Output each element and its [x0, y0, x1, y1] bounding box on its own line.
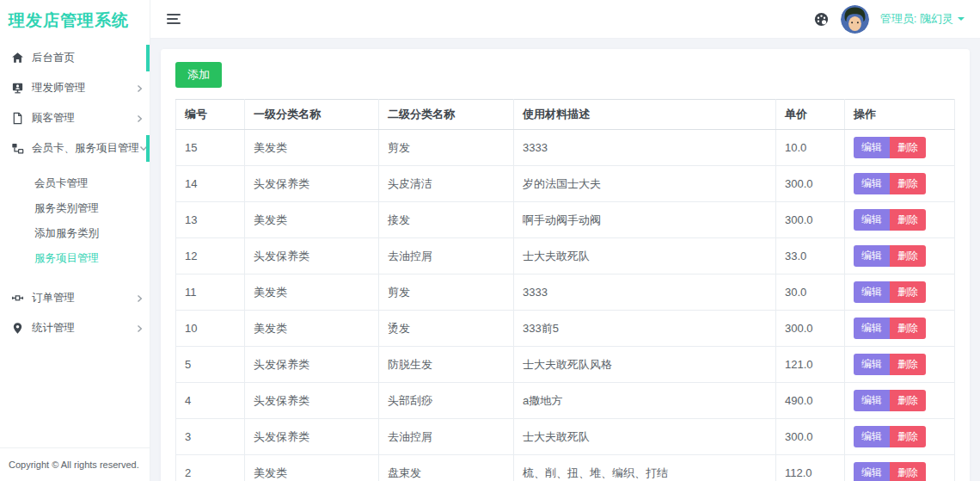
home-icon — [10, 52, 24, 65]
cell-category1: 头发保养类 — [245, 238, 379, 274]
topbar-right: 管理员: 隗幻灵 — [813, 5, 965, 34]
theme-palette-icon[interactable] — [813, 11, 830, 28]
customer-file-icon — [10, 112, 24, 126]
cell-category2: 烫发 — [379, 311, 514, 347]
table-row: 2 美发类 盘束发 梳、削、扭、堆、编织、打结 112.0 编辑 删除 — [176, 455, 955, 481]
cell-category1: 头发保养类 — [245, 419, 379, 455]
cell-price: 112.0 — [776, 455, 845, 481]
chevron-right-icon — [137, 294, 143, 303]
cell-price: 490.0 — [776, 383, 845, 419]
row-action-group: 编辑 删除 — [854, 318, 926, 339]
user-avatar[interactable] — [841, 5, 869, 34]
chevron-right-icon — [137, 84, 143, 93]
cell-actions: 编辑 删除 — [845, 347, 955, 383]
cell-description: a撒地方 — [514, 383, 776, 419]
cell-category2: 头皮清洁 — [379, 166, 514, 202]
sidebar-toggle-icon[interactable] — [167, 14, 181, 24]
services-submenu: 会员卡管理 服务类别管理 添加服务类别 服务项目管理 — [0, 163, 150, 283]
cell-price: 30.0 — [776, 274, 845, 311]
chevron-right-icon — [137, 114, 143, 123]
cell-price: 300.0 — [776, 166, 845, 202]
edit-button[interactable]: 编辑 — [854, 462, 890, 481]
map-marker-icon — [10, 322, 24, 336]
table-body: 15 美发类 剪发 3333 10.0 编辑 删除 14 头发保养类 头皮清洁 … — [176, 130, 955, 481]
cell-category2: 防脱生发 — [379, 347, 514, 383]
delete-button[interactable]: 删除 — [890, 173, 926, 194]
sidebar-item-label: 订单管理 — [32, 291, 75, 305]
delete-button[interactable]: 删除 — [890, 318, 926, 339]
delete-button[interactable]: 删除 — [890, 245, 926, 267]
submenu-item-add-service-category[interactable]: 添加服务类别 — [0, 221, 150, 246]
cell-id: 10 — [176, 311, 245, 347]
delete-button[interactable]: 删除 — [890, 354, 926, 375]
sidebar-item-label: 统计管理 — [32, 321, 75, 336]
row-action-group: 编辑 删除 — [854, 390, 926, 411]
order-flow-icon — [10, 292, 24, 305]
delete-button[interactable]: 删除 — [890, 462, 926, 481]
column-header-category1: 一级分类名称 — [245, 100, 379, 130]
submenu-item-label: 服务项目管理 — [34, 251, 99, 266]
sitemap-icon — [10, 142, 24, 156]
sidebar-item-label: 后台首页 — [32, 51, 75, 65]
cell-actions: 编辑 删除 — [845, 455, 955, 481]
cell-category2: 盘束发 — [379, 455, 514, 481]
cell-id: 4 — [176, 383, 245, 419]
sidebar-item-customers[interactable]: 顾客管理 — [0, 103, 150, 133]
cell-id: 3 — [176, 419, 245, 455]
cell-description: 士大夫敢死队 — [514, 238, 776, 274]
submenu-item-service-categories[interactable]: 服务类别管理 — [0, 196, 150, 221]
cell-id: 5 — [176, 347, 245, 383]
admin-user-menu[interactable]: 管理员: 隗幻灵 — [880, 11, 965, 27]
delete-button[interactable]: 删除 — [890, 390, 926, 411]
cell-category1: 美发类 — [245, 130, 379, 166]
delete-button[interactable]: 删除 — [890, 137, 926, 158]
cell-actions: 编辑 删除 — [845, 238, 955, 274]
submenu-item-label: 添加服务类别 — [34, 226, 99, 241]
row-action-group: 编辑 删除 — [854, 426, 926, 447]
table-row: 13 美发类 接发 啊手动阀手动阀 300.0 编辑 删除 — [176, 202, 955, 238]
submenu-item-label: 服务类别管理 — [34, 201, 99, 216]
row-action-group: 编辑 删除 — [854, 354, 926, 375]
cell-category2: 去油控屑 — [379, 238, 514, 274]
edit-button[interactable]: 编辑 — [854, 354, 890, 375]
app-title: 理发店管理系统 — [0, 0, 150, 43]
cell-description: 士大夫敢死队 — [514, 419, 776, 455]
content-area: 添加 编号 一级分类名称 二级分类名称 使用材料描述 单价 操作 — [150, 39, 980, 481]
sidebar-item-label: 顾客管理 — [32, 111, 75, 126]
edit-button[interactable]: 编辑 — [854, 173, 890, 194]
submenu-item-membership-cards[interactable]: 会员卡管理 — [0, 171, 150, 196]
cell-id: 11 — [176, 274, 245, 311]
delete-button[interactable]: 删除 — [890, 426, 926, 447]
edit-button[interactable]: 编辑 — [854, 390, 890, 411]
delete-button[interactable]: 删除 — [890, 209, 926, 231]
edit-button[interactable]: 编辑 — [854, 137, 890, 158]
column-header-price: 单价 — [776, 100, 845, 130]
cell-description: 3333 — [514, 130, 776, 166]
chevron-right-icon — [137, 324, 143, 333]
submenu-item-service-projects[interactable]: 服务项目管理 — [0, 246, 150, 271]
sidebar-item-orders[interactable]: 订单管理 — [0, 283, 150, 313]
caret-down-icon — [958, 17, 965, 24]
sidebar: 理发店管理系统 后台首页 理发师管理 顾客管理 — [0, 0, 150, 481]
edit-button[interactable]: 编辑 — [854, 426, 890, 447]
edit-button[interactable]: 编辑 — [854, 245, 890, 267]
sidebar-item-barbers[interactable]: 理发师管理 — [0, 73, 150, 103]
submenu-item-label: 会员卡管理 — [34, 176, 89, 191]
cell-price: 10.0 — [776, 130, 845, 166]
table-row: 10 美发类 烫发 333前5 300.0 编辑 删除 — [176, 311, 955, 347]
delete-button[interactable]: 删除 — [890, 281, 926, 303]
table-row: 5 头发保养类 防脱生发 士大夫敢死队风格 121.0 编辑 删除 — [176, 347, 955, 383]
cell-price: 300.0 — [776, 311, 845, 347]
edit-button[interactable]: 编辑 — [854, 209, 890, 231]
add-button[interactable]: 添加 — [175, 62, 222, 88]
sidebar-item-statistics[interactable]: 统计管理 — [0, 313, 150, 343]
cell-category1: 美发类 — [245, 455, 379, 481]
edit-button[interactable]: 编辑 — [854, 281, 890, 303]
edit-button[interactable]: 编辑 — [854, 318, 890, 339]
cell-category2: 剪发 — [379, 130, 514, 166]
main-area: 管理员: 隗幻灵 添加 编号 一级分类名称 二级分类名称 使用材料描述 — [150, 0, 980, 481]
row-action-group: 编辑 删除 — [854, 137, 926, 158]
cell-description: 士大夫敢死队风格 — [514, 347, 776, 383]
sidebar-item-membership-services[interactable]: 会员卡、服务项目管理 — [0, 133, 150, 163]
sidebar-item-dashboard[interactable]: 后台首页 — [0, 43, 150, 73]
